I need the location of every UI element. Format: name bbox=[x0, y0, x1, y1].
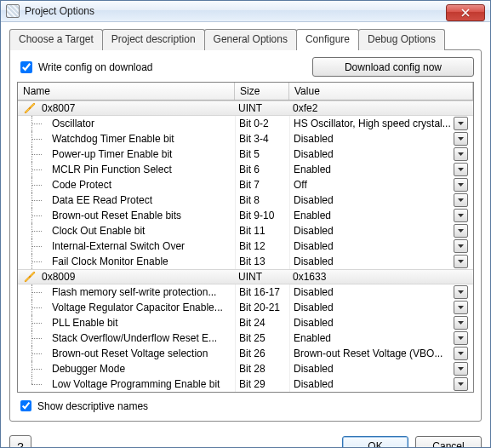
write-config-checkbox-label[interactable]: Write config on download bbox=[17, 59, 312, 76]
tab-project-description[interactable]: Project description bbox=[102, 29, 205, 50]
close-icon bbox=[461, 9, 470, 17]
config-size: Bit 0-2 bbox=[235, 116, 289, 131]
value-dropdown-button[interactable] bbox=[454, 193, 468, 207]
group-row[interactable]: 0x8007UINT0xfe2 bbox=[18, 101, 473, 116]
value-dropdown-button[interactable] bbox=[454, 362, 468, 376]
config-value: Enabled bbox=[294, 208, 454, 223]
config-value: Disabled bbox=[294, 376, 454, 392]
config-value: Disabled bbox=[294, 300, 454, 315]
config-row[interactable]: Brown-out Reset Voltage selectionBit 26B… bbox=[18, 346, 473, 361]
config-row[interactable]: Clock Out Enable bitBit 11Disabled bbox=[18, 223, 473, 238]
table-body[interactable]: 0x8007UINT0xfe2OscillatorBit 0-2HS Oscil… bbox=[18, 101, 473, 392]
col-header-size[interactable]: Size bbox=[235, 83, 289, 100]
group-name: 0x8007 bbox=[42, 101, 75, 116]
value-dropdown-button[interactable] bbox=[454, 209, 468, 222]
config-row[interactable]: Low Voltage Programming Enable bitBit 29… bbox=[18, 376, 473, 392]
config-row[interactable]: Code ProtectBit 7Off bbox=[18, 177, 473, 192]
value-dropdown-button[interactable] bbox=[454, 163, 468, 176]
config-row[interactable]: Fail Clock Monitor EnableBit 13Disabled bbox=[18, 254, 473, 269]
tab-page-configure: Write config on download Download config… bbox=[9, 49, 482, 422]
value-dropdown-button[interactable] bbox=[454, 301, 468, 314]
cancel-button[interactable]: Cancel bbox=[415, 436, 482, 448]
config-value: Disabled bbox=[294, 146, 454, 162]
config-value: Disabled bbox=[294, 361, 454, 376]
value-dropdown-button[interactable] bbox=[454, 132, 468, 146]
tab-configure[interactable]: Configure bbox=[296, 29, 359, 50]
show-descriptive-checkbox[interactable] bbox=[20, 400, 31, 411]
value-dropdown-button[interactable] bbox=[454, 285, 468, 299]
config-size: Bit 20-21 bbox=[235, 300, 289, 315]
table-header: Name Size Value bbox=[18, 83, 473, 101]
config-size: Bit 12 bbox=[235, 238, 289, 254]
config-size: Bit 29 bbox=[235, 376, 289, 392]
config-name: Power-up Timer Enable bit bbox=[52, 146, 172, 162]
col-header-value[interactable]: Value bbox=[289, 83, 473, 100]
config-row[interactable]: Internal-External Switch OverBit 12Disab… bbox=[18, 238, 473, 254]
config-value: Disabled bbox=[294, 223, 454, 238]
config-row[interactable]: Data EE Read ProtectBit 8Disabled bbox=[18, 192, 473, 208]
config-row[interactable]: Watchdog Timer Enable bitBit 3-4Disabled bbox=[18, 131, 473, 146]
config-row[interactable]: Flash memory self-write protection...Bit… bbox=[18, 284, 473, 300]
tab-debug-options[interactable]: Debug Options bbox=[358, 29, 445, 50]
group-row[interactable]: 0x8009UINT0x1633 bbox=[18, 269, 473, 284]
config-row[interactable]: Power-up Timer Enable bitBit 5Disabled bbox=[18, 146, 473, 162]
value-dropdown-button[interactable] bbox=[454, 224, 468, 238]
client-area: Choose a TargetProject descriptionGenera… bbox=[1, 22, 490, 430]
tab-choose-a-target[interactable]: Choose a Target bbox=[9, 29, 103, 50]
config-row[interactable]: Debugger ModeBit 28Disabled bbox=[18, 361, 473, 376]
tree-guide bbox=[21, 300, 50, 315]
tree-guide bbox=[21, 254, 50, 269]
write-config-checkbox[interactable] bbox=[20, 61, 32, 73]
config-size: Bit 9-10 bbox=[235, 208, 289, 223]
value-dropdown-button[interactable] bbox=[454, 347, 468, 360]
value-dropdown-button[interactable] bbox=[454, 377, 468, 391]
config-name: Clock Out Enable bit bbox=[52, 223, 145, 238]
tree-guide bbox=[21, 223, 50, 238]
config-value: Off bbox=[294, 177, 454, 192]
col-header-name[interactable]: Name bbox=[18, 83, 235, 100]
config-row[interactable]: Brown-out Reset Enable bitsBit 9-10Enabl… bbox=[18, 208, 473, 223]
show-descriptive-checkbox-label[interactable]: Show descriptive names bbox=[17, 398, 474, 414]
bottom-row: Show descriptive names bbox=[17, 398, 474, 414]
value-dropdown-button[interactable] bbox=[454, 331, 468, 345]
config-size: Bit 7 bbox=[235, 177, 289, 192]
config-value: Enabled bbox=[294, 162, 454, 177]
dialog-footer: ? OK Cancel bbox=[1, 430, 490, 448]
close-button[interactable] bbox=[446, 4, 485, 21]
tree-guide bbox=[21, 146, 50, 162]
config-size: Bit 8 bbox=[235, 192, 289, 208]
config-name: Flash memory self-write protection... bbox=[52, 284, 216, 300]
tab-strip: Choose a TargetProject descriptionGenera… bbox=[9, 29, 482, 50]
value-dropdown-button[interactable] bbox=[454, 316, 468, 330]
config-row[interactable]: Stack Overflow/Underflow Reset E...Bit 2… bbox=[18, 330, 473, 346]
config-row[interactable]: OscillatorBit 0-2HS Oscillator, High spe… bbox=[18, 116, 473, 131]
tree-guide bbox=[21, 284, 50, 300]
config-row[interactable]: MCLR Pin Function SelectBit 6Enabled bbox=[18, 162, 473, 177]
config-size: Bit 26 bbox=[235, 346, 289, 361]
config-name: Data EE Read Protect bbox=[52, 192, 152, 208]
help-button[interactable]: ? bbox=[9, 435, 31, 448]
download-config-button[interactable]: Download config now bbox=[312, 57, 474, 77]
value-dropdown-button[interactable] bbox=[454, 255, 468, 268]
group-size: UINT bbox=[235, 269, 289, 284]
config-name: Oscillator bbox=[52, 116, 94, 131]
config-size: Bit 24 bbox=[235, 315, 289, 330]
value-dropdown-button[interactable] bbox=[454, 117, 468, 130]
value-dropdown-button[interactable] bbox=[454, 239, 468, 253]
config-name: Brown-out Reset Voltage selection bbox=[52, 346, 208, 361]
tree-guide bbox=[21, 315, 50, 330]
window-title: Project Options bbox=[25, 5, 446, 17]
config-size: Bit 3-4 bbox=[235, 131, 289, 146]
value-dropdown-button[interactable] bbox=[454, 178, 468, 192]
ok-button[interactable]: OK bbox=[342, 436, 408, 448]
config-name: Stack Overflow/Underflow Reset E... bbox=[52, 330, 217, 346]
config-row[interactable]: PLL Enable bitBit 24Disabled bbox=[18, 315, 473, 330]
config-size: Bit 16-17 bbox=[235, 284, 289, 300]
config-value: Disabled bbox=[294, 131, 454, 146]
tab-general-options[interactable]: General Options bbox=[204, 29, 297, 50]
config-row[interactable]: Voltage Regulator Capacitor Enable...Bit… bbox=[18, 300, 473, 315]
value-dropdown-button[interactable] bbox=[454, 147, 468, 161]
title-bar: Project Options bbox=[1, 1, 490, 22]
config-name: Watchdog Timer Enable bit bbox=[52, 131, 174, 146]
app-icon bbox=[6, 4, 20, 18]
